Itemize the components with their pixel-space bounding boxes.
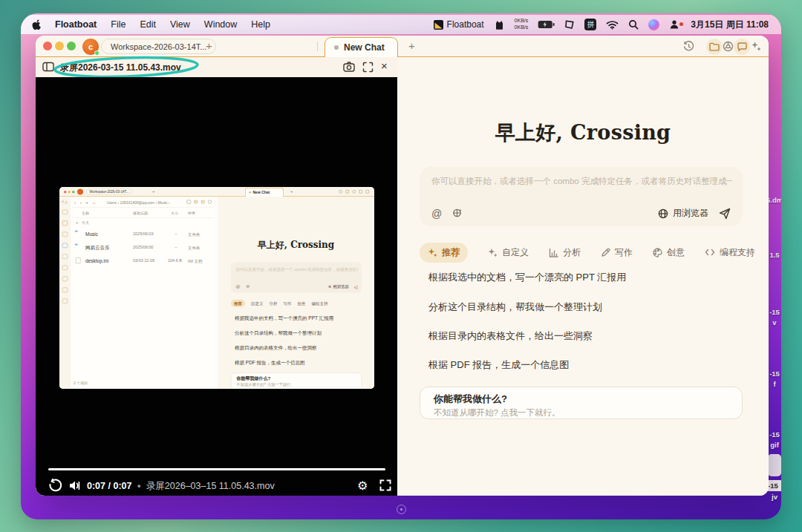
- player-pane-header: 录屏2026-03-15 11.05.43.mov ×: [36, 57, 397, 77]
- browser-button[interactable]: 用浏览器: [658, 207, 708, 220]
- send-icon[interactable]: [719, 208, 731, 220]
- menu-app-name[interactable]: Floatboat: [55, 19, 97, 30]
- mini-tab-bar: Workspace-2026-03-14T... + New Chat +: [59, 187, 374, 197]
- mini-toolbar-icons: [339, 190, 370, 194]
- mini-avatar: [77, 189, 83, 195]
- menu-clock[interactable]: 3月15日 周日 11:08: [691, 19, 769, 31]
- mini-input-icons: @ ⊛: [236, 284, 252, 289]
- expand-icon[interactable]: [362, 62, 374, 73]
- chat-input-card[interactable]: 你可以直接开始，或者选择一个 combo 完成特定任务，或者将历史对话整理成一个…: [420, 167, 743, 226]
- network-speed[interactable]: 0KB/s 0KB/s: [515, 18, 529, 31]
- desktop-backdrop: Floatboat File Edit View Window Help Flo…: [0, 0, 802, 532]
- close-player-icon[interactable]: ×: [381, 59, 388, 72]
- mini-sidebar-rail: 个人: [59, 197, 71, 390]
- desktop-file-label[interactable]: 1.5: [766, 250, 781, 260]
- mini-view-toggles: [187, 200, 212, 204]
- mini-file-row: desktop.ini 03/03 22:09 104.6 B INI 文档: [72, 255, 218, 267]
- suggestion-item[interactable]: 分析这个目录结构，帮我做一个整理计划: [428, 301, 748, 314]
- mini-chips-row: 推荐 自定义 分析 写作 创意 编程支持: [231, 300, 328, 308]
- sparkle-icon: [488, 248, 498, 257]
- mini-minimize-button: [68, 191, 71, 194]
- new-workspace-tab-button[interactable]: +: [206, 39, 212, 52]
- chip-creative[interactable]: 创意: [653, 246, 685, 259]
- folder-button[interactable]: [706, 39, 723, 55]
- status-floatboat[interactable]: Floatboat: [434, 19, 484, 30]
- minimize-window-button[interactable]: [55, 42, 64, 50]
- mini-greeting: 早上好, Crossing: [218, 239, 374, 251]
- apple-icon[interactable]: [30, 19, 41, 30]
- avatar[interactable]: c: [82, 39, 99, 55]
- flag-status-icon[interactable]: [564, 19, 575, 30]
- help-card[interactable]: 你能帮我做什么? 不知道从哪开始? 点我一下就行。: [420, 387, 743, 419]
- video-player[interactable]: Workspace-2026-03-14T... + New Chat +: [36, 77, 397, 496]
- mini-chat-pane: 早上好, Crossing 你可以直接开始，或者选择一个 combo 完成特定任…: [218, 197, 374, 390]
- volume-icon[interactable]: [69, 480, 82, 491]
- chip-writing[interactable]: 写作: [601, 246, 633, 259]
- mention-at-icon[interactable]: @: [431, 208, 442, 220]
- menu-window[interactable]: Window: [204, 19, 237, 30]
- menu-file[interactable]: File: [111, 19, 125, 30]
- siri-icon[interactable]: [648, 19, 659, 30]
- chat-pane: 早上好, Crossing 你可以直接开始，或者选择一个 combo 完成特定任…: [397, 57, 769, 496]
- new-chat-tab-button[interactable]: +: [408, 39, 415, 52]
- suggestion-item[interactable]: 根据 PDF 报告，生成一个信息图: [428, 358, 748, 372]
- menu-help[interactable]: Help: [251, 19, 270, 30]
- menu-edit[interactable]: Edit: [140, 19, 156, 30]
- tab-new-chat[interactable]: New Chat: [325, 37, 398, 57]
- code-icon: [705, 248, 715, 257]
- history-icon[interactable]: [683, 41, 694, 52]
- mini-suggestion: 根据目录内的表格文件，给出一些洞察: [235, 345, 368, 352]
- chat-input[interactable]: 你可以直接开始，或者选择一个 combo 完成特定任务，或者将历史对话整理成一个…: [431, 176, 732, 187]
- close-window-button[interactable]: [43, 42, 52, 50]
- pen-icon: [601, 248, 610, 257]
- plugin-icon[interactable]: [452, 208, 463, 218]
- menu-view[interactable]: View: [170, 19, 190, 30]
- desktop-file-label[interactable]: -15f: [766, 369, 781, 390]
- desktop-file-label[interactable]: -15gif: [766, 430, 781, 450]
- notification-dot: [679, 22, 683, 26]
- floatboat-window: c Workspace-2026-03-14T... + New Chat +: [36, 36, 769, 496]
- tab-workspace[interactable]: Workspace-2026-03-14T...: [101, 39, 216, 54]
- browser-circle-icon[interactable]: [723, 41, 734, 52]
- wifi-icon[interactable]: [606, 20, 619, 30]
- search-icon[interactable]: [628, 19, 639, 30]
- mini-zoom-button: [72, 191, 75, 194]
- desktop-file-label[interactable]: jv: [766, 492, 781, 502]
- mini-tab-new-chat: New Chat: [245, 188, 284, 197]
- mini-status-bar: 2 个项目: [74, 381, 88, 386]
- desktop-file-label[interactable]: 5.dm: [766, 195, 781, 206]
- video-fullscreen-icon[interactable]: [379, 479, 391, 491]
- chip-analysis[interactable]: 分析: [549, 246, 581, 259]
- mini-col-kind: 种类: [188, 211, 195, 216]
- chat-bubble-button[interactable]: [734, 39, 750, 55]
- mini-new-tab-button: +: [152, 188, 155, 194]
- desktop-selected-file[interactable]: [768, 454, 781, 476]
- sparkles-icon: [428, 248, 437, 257]
- video-progress-bar[interactable]: [48, 468, 385, 470]
- battery-icon[interactable]: [538, 20, 555, 29]
- mini-suggestion: 根据 PDF 报告，生成一个信息图: [235, 360, 368, 367]
- mini-file-manager: 个人: [59, 197, 218, 390]
- replay-icon[interactable]: [48, 479, 62, 493]
- chip-coding[interactable]: 编程支持: [705, 246, 755, 259]
- mini-rail-label: 个人: [62, 200, 68, 206]
- video-time: 0:07 / 0:07 • 录屏2026–03–15 11.05.43.mov: [87, 480, 275, 493]
- video-settings-gear-icon[interactable]: ⚙: [357, 479, 368, 493]
- mac-screen: Floatboat File Edit View Window Help Flo…: [21, 13, 781, 519]
- mini-suggestion: 根据我选中的文档，写一个漂亮的 PPT 汇报用: [235, 315, 368, 322]
- suggestion-item[interactable]: 根据目录内的表格文件，给出一些洞察: [428, 329, 748, 343]
- suggestion-item[interactable]: 根据我选中的文档，写一个漂亮的 PPT 汇报用: [428, 271, 748, 284]
- desktop-file-label[interactable]: -15v: [766, 307, 781, 328]
- chip-recommended[interactable]: 推荐: [420, 243, 468, 263]
- zoom-window-button[interactable]: [67, 42, 76, 50]
- screenshot-camera-icon[interactable]: [343, 62, 355, 72]
- sparkles-icon[interactable]: [751, 41, 762, 52]
- input-method-icon[interactable]: 拼: [584, 19, 596, 30]
- chip-custom[interactable]: 自定义: [488, 246, 529, 259]
- mini-help-card: 你能帮我做什么? 不知道从哪开始? 点我一下就行。: [231, 373, 362, 390]
- cat-status-icon[interactable]: [494, 19, 505, 30]
- user-switcher-icon[interactable]: [669, 19, 681, 30]
- online-status-dot: [94, 50, 100, 56]
- dock-indicator-icon[interactable]: [397, 505, 406, 514]
- mini-placeholder: 你可以直接开始，或者选择一个 combo 完成特定任务，或者将历史对话整理成一个…: [236, 266, 359, 272]
